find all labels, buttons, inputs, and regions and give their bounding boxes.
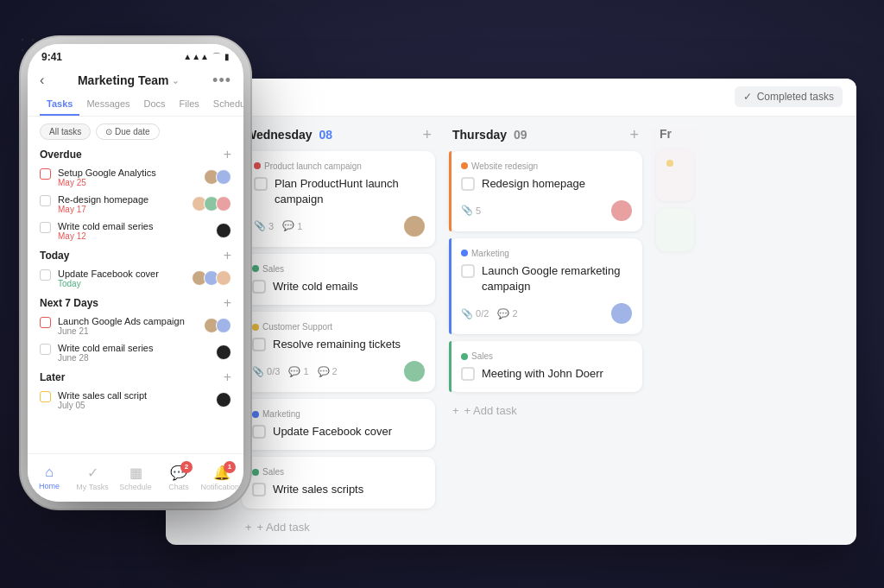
card-row-google-remarketing: Launch Google remarketing campaign bbox=[461, 263, 632, 294]
chevron-down-icon[interactable]: ⌄ bbox=[172, 76, 179, 85]
task-date-analytics: May 25 bbox=[58, 178, 156, 187]
tab-tasks[interactable]: Tasks bbox=[40, 93, 79, 116]
nav-notifications[interactable]: 🔔 1 Notifications bbox=[200, 465, 243, 491]
task-card-google-remarketing[interactable]: Marketing Launch Google remarketing camp… bbox=[449, 238, 642, 334]
card-tag-sales2: Sales bbox=[252, 467, 425, 477]
overdue-add-btn[interactable]: + bbox=[224, 147, 231, 162]
notifications-icon: 🔔 1 bbox=[213, 465, 230, 481]
card-meta-redesign: 📎 5 bbox=[461, 205, 481, 216]
tag-dot-red bbox=[254, 162, 261, 169]
card-checkbox-cold-emails[interactable] bbox=[252, 280, 266, 294]
main-container: ...day ✓ Completed tasks + Wedne bbox=[28, 44, 856, 545]
nav-schedule[interactable]: ▦ Schedule bbox=[114, 465, 157, 491]
card-checkbox-google-remarketing[interactable] bbox=[461, 264, 475, 278]
thursday-add-task-label: + Add task bbox=[464, 404, 517, 417]
task-check-cold-series-2[interactable] bbox=[40, 344, 51, 355]
task-check-redesign[interactable] bbox=[40, 195, 51, 206]
nav-my-tasks[interactable]: ✓ My Tasks bbox=[71, 465, 114, 491]
home-icon: ⌂ bbox=[45, 465, 54, 480]
filter-row: All tasks ⊙ Due date bbox=[28, 123, 243, 147]
card-tag-sales3: Sales bbox=[461, 351, 632, 361]
later-title: Later bbox=[40, 371, 65, 383]
card-meta-producthunt: 📎 3 💬 1 bbox=[254, 220, 302, 231]
thursday-num: 09 bbox=[514, 128, 527, 142]
today-add-btn[interactable]: + bbox=[224, 248, 231, 263]
tag-dot-blue2 bbox=[461, 250, 468, 256]
task-check-cold-series[interactable] bbox=[40, 222, 51, 233]
task-card-facebook[interactable]: Marketing Update Facebook cover bbox=[242, 399, 435, 450]
filter-all-tasks[interactable]: All tasks bbox=[40, 123, 91, 140]
nav-home[interactable]: ⌂ Home bbox=[28, 465, 71, 490]
wednesday-add-task[interactable]: + + Add task bbox=[242, 515, 435, 539]
task-check-analytics[interactable] bbox=[40, 168, 51, 180]
task-list-scroll[interactable]: Overdue + Setup Google Analytics May 25 bbox=[28, 147, 243, 458]
today-title: Today bbox=[40, 250, 69, 262]
task-check-fb-cover[interactable] bbox=[40, 269, 51, 281]
meta-comment-remarketing: 💬 2 bbox=[497, 308, 517, 319]
task-check-sales-call[interactable] bbox=[40, 391, 51, 402]
next7days-title: Next 7 Days bbox=[40, 297, 98, 309]
back-button[interactable]: ‹ bbox=[40, 73, 44, 88]
task-card-producthunt[interactable]: Product launch campaign Plan ProductHunt… bbox=[242, 151, 435, 247]
card-tag-marketing2: Marketing bbox=[461, 249, 632, 258]
task-date-cold-series-2: June 28 bbox=[58, 353, 153, 363]
next7days-add-btn[interactable]: + bbox=[224, 295, 231, 311]
card-checkbox-tickets[interactable] bbox=[252, 338, 266, 351]
task-card-sales-scripts[interactable]: Sales Write sales scripts bbox=[242, 457, 435, 508]
task-name-cold-series: Write cold email series bbox=[58, 221, 153, 231]
nav-chats[interactable]: 💬 2 Chats bbox=[157, 465, 200, 491]
tab-messages[interactable]: Messages bbox=[79, 93, 136, 116]
card-checkbox-redesign[interactable] bbox=[461, 177, 475, 191]
more-options-button[interactable]: ••• bbox=[212, 72, 231, 90]
thursday-add-task[interactable]: + + Add task bbox=[449, 399, 642, 422]
task-avatars-fb-cover bbox=[195, 270, 231, 286]
task-avatars-cold-series-2 bbox=[219, 345, 231, 360]
task-card-meeting[interactable]: Sales Meeting with John Doerr bbox=[449, 341, 642, 392]
wednesday-add-task-label: + Add task bbox=[257, 521, 310, 534]
tab-files[interactable]: Files bbox=[173, 93, 206, 116]
next7days-header: Next 7 Days + bbox=[40, 295, 231, 311]
task-avatars-google-ads bbox=[207, 318, 231, 333]
wednesday-add-btn[interactable]: + bbox=[422, 127, 432, 142]
schedule-icon: ▦ bbox=[129, 465, 142, 481]
chats-icon: 💬 2 bbox=[170, 465, 187, 481]
board-header: ...day ✓ Completed tasks bbox=[166, 79, 856, 117]
tag-dot-green3 bbox=[461, 353, 468, 360]
task-check-google-ads[interactable] bbox=[40, 317, 51, 328]
tag-dot-blue bbox=[252, 411, 259, 418]
card-title-meeting: Meeting with John Doerr bbox=[482, 366, 603, 382]
meta-attach: 📎 3 bbox=[254, 220, 274, 231]
meta-attach-redesign: 📎 5 bbox=[461, 205, 481, 216]
phone-tabs: Tasks Messages Docs Files Schedule bbox=[28, 93, 243, 117]
card-footer-redesign: 📎 5 bbox=[461, 200, 632, 221]
chats-badge: 2 bbox=[180, 461, 193, 473]
avatar-fb-3 bbox=[216, 270, 231, 286]
task-card-redesign[interactable]: Website redesign Redesign homepage 📎 5 bbox=[449, 151, 642, 231]
notifications-label: Notifications bbox=[200, 483, 243, 491]
phone-time: 9:41 bbox=[41, 51, 62, 63]
completed-tasks-button[interactable]: ✓ Completed tasks bbox=[735, 86, 843, 107]
wednesday-num: 08 bbox=[319, 128, 332, 142]
task-fb-cover-left: Update Facebook cover Today bbox=[40, 269, 159, 288]
card-checkbox-meeting[interactable] bbox=[461, 367, 475, 381]
card-checkbox-producthunt[interactable] bbox=[254, 177, 268, 191]
today-header: Today + bbox=[40, 248, 231, 263]
tab-schedule[interactable]: Schedule bbox=[206, 93, 243, 116]
task-info-cold-series: Write cold email series May 12 bbox=[58, 221, 153, 241]
task-card-cold-emails[interactable]: Sales Write cold emails bbox=[242, 254, 435, 305]
thursday-add-btn[interactable]: + bbox=[629, 127, 639, 142]
phone-app-title: Marketing Team ⌄ bbox=[78, 73, 180, 87]
filter-due-date[interactable]: ⊙ Due date bbox=[96, 123, 159, 140]
task-card-tickets[interactable]: Customer Support Resolve remaining ticke… bbox=[242, 312, 435, 392]
phone-header: ‹ Marketing Team ⌄ ••• bbox=[28, 66, 243, 93]
mobile-phone: 9:41 ▲▲▲ ⌒ ▮ ‹ Marketing Team ⌄ ••• Task… bbox=[28, 44, 243, 502]
add-task-icon: + bbox=[245, 521, 252, 534]
tab-docs[interactable]: Docs bbox=[137, 93, 173, 116]
card-row-meeting: Meeting with John Doerr bbox=[461, 366, 632, 382]
card-checkbox-sales-scripts[interactable] bbox=[252, 483, 266, 496]
task-info-cold-series-2: Write cold email series June 28 bbox=[58, 343, 153, 363]
task-sales-call-left: Write sales call script July 05 bbox=[40, 390, 147, 410]
later-add-btn[interactable]: + bbox=[224, 370, 231, 385]
card-checkbox-facebook[interactable] bbox=[252, 425, 266, 439]
task-info-google-ads: Launch Google Ads campaign June 21 bbox=[58, 316, 185, 336]
